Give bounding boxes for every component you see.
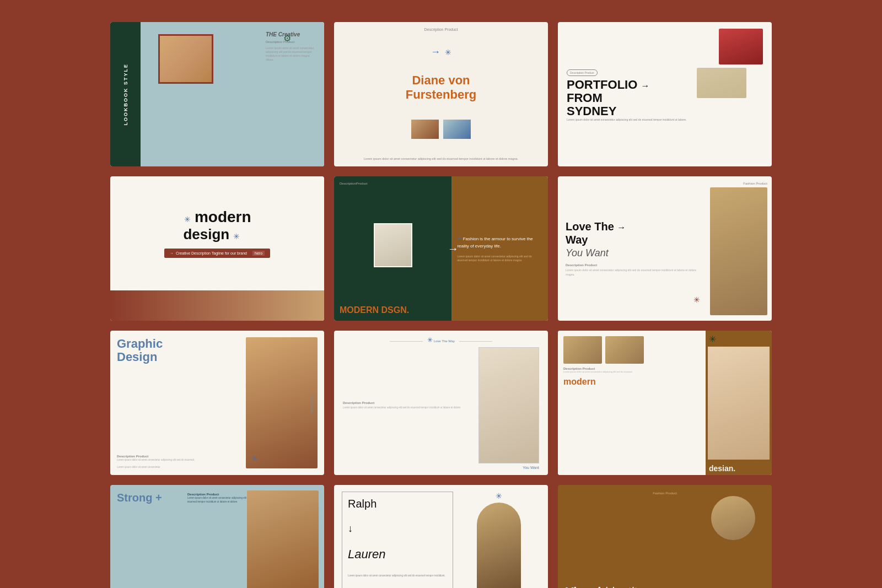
portfolio-left: Description Product PORTFOLIO → FROM SYD…	[567, 29, 697, 160]
star-icon2: ✳	[233, 232, 240, 241]
star-icon: ✳	[709, 334, 768, 344]
title-line2: Design	[117, 350, 157, 364]
desc-area: Description Product Lorem ipsum dolor si…	[117, 450, 241, 468]
arrow-icon: →	[170, 251, 174, 255]
slide-visual-identity: Fashion Product Visual identity → Projec…	[558, 485, 772, 588]
photo-frame	[478, 347, 539, 463]
btn-label: hero	[252, 251, 265, 256]
ralph-name: Ralph	[348, 498, 447, 510]
title-area: Love The → Way You Want	[566, 220, 698, 259]
top-label: Description Product	[342, 28, 540, 31]
photo-frame	[158, 34, 213, 84]
left-panel: Description Product Lorem ipsum dolor si…	[558, 331, 706, 475]
desc-label: Description Product	[566, 263, 698, 267]
desc-text: Lorem ipsum dolor sit amet consectetur a…	[342, 157, 540, 161]
photo-image	[160, 36, 212, 82]
left-panel: Ralph ↓ Lauren Lorem ipsum dolor sit ame…	[342, 492, 453, 588]
slide-love-center: ✳ Love The Way Description Product Lorem…	[334, 331, 548, 475]
desc-body: Lorem ipsum dolor sit amet consectetur a…	[117, 458, 241, 462]
photos-row	[563, 336, 700, 364]
slide-portfolio: Description Product PORTFOLIO → FROM SYD…	[558, 22, 772, 166]
cta-button[interactable]: → Creative Description Tagline for our b…	[164, 249, 270, 258]
slide-modern-split: Description Product Lorem ipsum dolor si…	[558, 331, 772, 475]
love-line: Love The →	[566, 220, 698, 233]
star-icon: ✳	[496, 492, 502, 500]
star-icon: ✳	[251, 454, 258, 463]
name-line1: Diane von	[412, 73, 470, 87]
top-content: ✳ modern design ✳ → Creative Description…	[110, 176, 324, 290]
slide-grid: LOOKBOOK STYLE THE Creative Description …	[110, 22, 772, 588]
title-line2: FROM	[567, 91, 603, 105]
desc-body: Lorem ipsum dolor sit amet consectetur a…	[566, 268, 698, 277]
body-text: Lorem ipsum dolor sit amet consectetur a…	[266, 46, 315, 62]
bottom-photo	[110, 290, 324, 321]
left-content: Graphic Design Description Product Lorem…	[117, 337, 241, 468]
title-row: Visual identity	[566, 585, 764, 588]
side-label: Fashion Product	[310, 393, 314, 413]
slide-strong: Strong + Description Product Lorem ipsum…	[110, 485, 324, 588]
design-text: design	[183, 226, 229, 242]
person-photo	[719, 29, 763, 64]
main-name: Diane von Furstenberg	[342, 73, 540, 103]
face-photo	[697, 68, 746, 98]
graphic-title: Graphic Design	[117, 337, 241, 364]
extra-text: Lorem ipsum dolor sit amet consectetur	[117, 466, 241, 468]
quote-content: Fashion is the armour to survive the rea…	[457, 236, 533, 249]
star-left-icon: ✳	[427, 336, 433, 344]
desc-badge-wrap: Description Product	[567, 66, 697, 78]
sidebar-text: LOOKBOOK STYLE	[123, 63, 128, 126]
portfolio-title: PORTFOLIO → FROM SYDNEY	[567, 78, 697, 118]
dark-panel: DescriptionProduct MODERN DSGN.	[334, 176, 451, 321]
brand-text: MODERN DSGN.	[340, 305, 446, 315]
name-line2: Furstenberg	[406, 88, 476, 101]
modern-text: modern	[563, 377, 700, 387]
right-panel: ✳	[453, 492, 540, 588]
left-content: Love The → Way You Want Description Prod…	[558, 176, 706, 321]
top-text: Love The Way	[434, 339, 455, 343]
gear-icon: ⚙	[283, 33, 291, 44]
quote-text: ✳ Fashion is the armour to survive the r…	[457, 234, 542, 250]
visual-title: Visual	[566, 585, 601, 588]
portfolio-right	[697, 29, 763, 160]
body-text: Lorem ipsum dolor sit amet consectetur a…	[567, 118, 697, 122]
photo-small-2	[605, 336, 644, 364]
star-icon: ✳	[457, 235, 461, 241]
main-content: Visual identity → Project Branding Made …	[566, 585, 764, 588]
arrow-area: → ✳	[342, 46, 540, 58]
top-label: Fashion Product	[566, 492, 764, 495]
desc-badge: Description Product	[567, 69, 598, 76]
person-circle-photo	[711, 496, 755, 540]
photo-right	[247, 490, 319, 588]
title-block: ✳ modern design ✳	[183, 208, 251, 243]
bottom-label: You Want	[343, 466, 539, 470]
modern-text: modern	[195, 208, 251, 225]
photo-thumb	[411, 120, 439, 139]
slide-lookbook: LOOKBOOK STYLE THE Creative Description …	[110, 22, 324, 166]
brown-panel: ✳ Fashion is the armour to survive the r…	[451, 176, 548, 321]
photo-row	[342, 120, 540, 139]
starburst-icon: ✳	[445, 48, 451, 57]
desc-body: Lorem ipsum dolor sit amet consectetur a…	[343, 406, 473, 409]
fashion-label: Fashion Product	[710, 182, 767, 185]
person-image	[708, 347, 770, 460]
title-line1: Graphic	[117, 337, 163, 350]
identity-title: identity	[604, 585, 643, 588]
center-arrow-icon: →	[448, 242, 459, 255]
slide-modern-dsgn: DescriptionProduct MODERN DSGN. → ✳ Fash…	[334, 176, 548, 321]
title-area: Graphic Design	[117, 337, 241, 364]
desc-label: DescriptionProduct	[340, 182, 446, 185]
sidebar-panel: LOOKBOOK STYLE	[110, 22, 141, 166]
top-label: ✳ Love The Way	[343, 336, 539, 344]
arrow-down-icon: ↓	[348, 523, 447, 535]
arrow-icon: →	[431, 46, 440, 58]
slide-graphic-design: Graphic Design Description Product Lorem…	[110, 331, 324, 475]
cta-label: Creative Description Tagline for our bra…	[176, 251, 247, 255]
main-content: Description Product Lorem ipsum dolor si…	[343, 347, 539, 463]
desc-area: Description Product Lorem ipsum dolor si…	[563, 367, 700, 374]
way-line: Way	[566, 233, 698, 246]
person-image	[374, 223, 412, 267]
lauren-name: Lauren	[348, 547, 447, 562]
you-want-line: You Want	[566, 247, 698, 259]
right-panel: ✳ desian.	[706, 331, 772, 475]
slide-modern: ✳ modern design ✳ → Creative Description…	[110, 176, 324, 321]
